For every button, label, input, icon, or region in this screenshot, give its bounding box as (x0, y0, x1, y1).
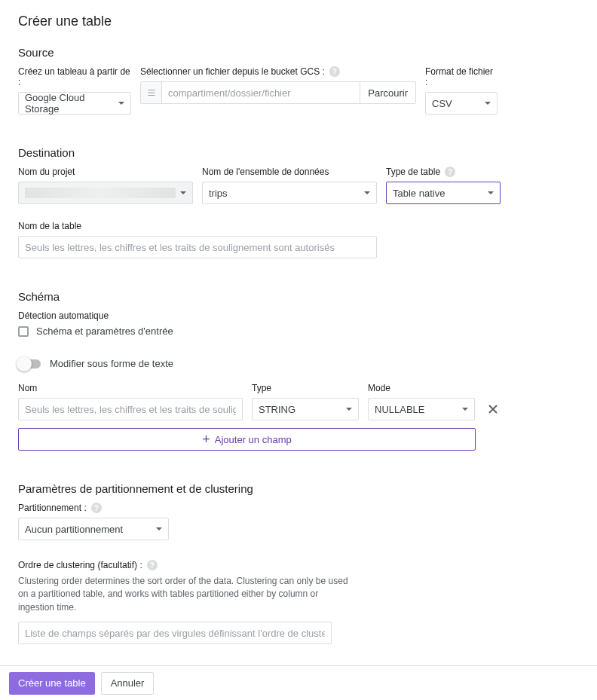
create-from-value: Google Cloud Storage (25, 92, 114, 115)
schema-mode-value: NULLABLE (375, 404, 424, 415)
file-icon (141, 82, 162, 103)
autodetect-label: Détection automatique (18, 310, 579, 321)
toggle-knob (17, 356, 32, 371)
create-from-label: Créez un tableau à partir de : (18, 66, 131, 87)
page-title: Créer une table (18, 14, 579, 29)
schema-type-label: Type (252, 383, 359, 393)
section-source-title: Source (18, 46, 579, 59)
cancel-button[interactable]: Annuler (101, 672, 155, 695)
project-value-redacted (25, 188, 176, 198)
add-field-label: Ajouter un champ (215, 434, 292, 445)
file-format-dropdown[interactable]: CSV (425, 92, 498, 115)
clustering-label: Ordre de clustering (facultatif) : ? (18, 560, 579, 570)
plus-icon: + (202, 433, 210, 446)
partition-dropdown[interactable]: Aucun partitionnement (18, 518, 169, 540)
chevron-down-icon (156, 527, 162, 530)
create-from-dropdown[interactable]: Google Cloud Storage (18, 92, 131, 115)
table-name-input[interactable] (19, 237, 376, 258)
schema-name-label: Nom (18, 383, 243, 393)
gcs-file-input[interactable] (162, 82, 360, 103)
partition-value: Aucun partitionnement (25, 524, 123, 535)
file-format-label: Format de fichier : (425, 66, 498, 87)
section-schema-title: Schéma (18, 290, 579, 303)
clustering-input-wrap (18, 622, 332, 644)
partition-label: Partitionnement : ? (18, 503, 579, 513)
remove-field-button[interactable] (484, 398, 502, 420)
project-dropdown[interactable] (18, 182, 193, 204)
browse-button[interactable]: Parcourir (360, 82, 415, 103)
autodetect-checkbox-label: Schéma et paramètres d'entrée (36, 326, 173, 337)
dataset-value: trips (209, 188, 228, 199)
table-type-label: Type de table ? (386, 167, 501, 177)
chevron-down-icon (364, 191, 370, 194)
schema-type-dropdown[interactable]: STRING (252, 398, 359, 420)
edit-as-text-label: Modifier sous forme de texte (50, 358, 173, 369)
dataset-label: Nom de l'ensemble de données (202, 167, 377, 177)
chevron-down-icon (118, 102, 124, 105)
table-type-dropdown[interactable]: Table native (386, 182, 501, 204)
table-name-label: Nom de la table (18, 221, 377, 231)
schema-name-input-wrap (18, 398, 243, 420)
schema-name-input[interactable] (19, 399, 242, 420)
svg-rect-0 (148, 90, 155, 90)
svg-rect-2 (148, 95, 155, 96)
clustering-input[interactable] (19, 622, 331, 643)
file-format-value: CSV (432, 98, 452, 109)
create-table-button[interactable]: Créer une table (9, 672, 95, 695)
footer: Créer une table Annuler (0, 665, 597, 700)
gcs-file-input-group: Parcourir (140, 81, 416, 104)
project-label: Nom du projet (18, 167, 193, 177)
clustering-description: Clustering order determines the sort ord… (18, 575, 350, 614)
chevron-down-icon (485, 102, 491, 105)
svg-rect-1 (148, 92, 155, 93)
table-type-value: Table native (393, 188, 445, 199)
help-icon[interactable]: ? (445, 167, 455, 177)
select-file-label: Sélectionner un fichier depuis le bucket… (140, 66, 416, 77)
section-partition-title: Paramètres de partitionnement et de clus… (18, 482, 579, 495)
table-name-input-wrap (18, 236, 377, 258)
help-icon[interactable]: ? (91, 503, 102, 513)
chevron-down-icon (180, 191, 186, 194)
help-icon[interactable]: ? (147, 560, 158, 570)
schema-mode-dropdown[interactable]: NULLABLE (368, 398, 475, 420)
schema-mode-label: Mode (368, 383, 475, 393)
add-field-button[interactable]: + Ajouter un champ (18, 428, 476, 451)
autodetect-checkbox[interactable] (18, 326, 29, 337)
chevron-down-icon (462, 408, 468, 411)
edit-as-text-toggle[interactable] (18, 359, 41, 368)
chevron-down-icon (488, 191, 494, 194)
section-destination-title: Destination (18, 146, 579, 159)
dataset-dropdown[interactable]: trips (202, 182, 377, 204)
schema-type-value: STRING (259, 404, 295, 415)
help-icon[interactable]: ? (329, 66, 340, 77)
chevron-down-icon (346, 408, 352, 411)
